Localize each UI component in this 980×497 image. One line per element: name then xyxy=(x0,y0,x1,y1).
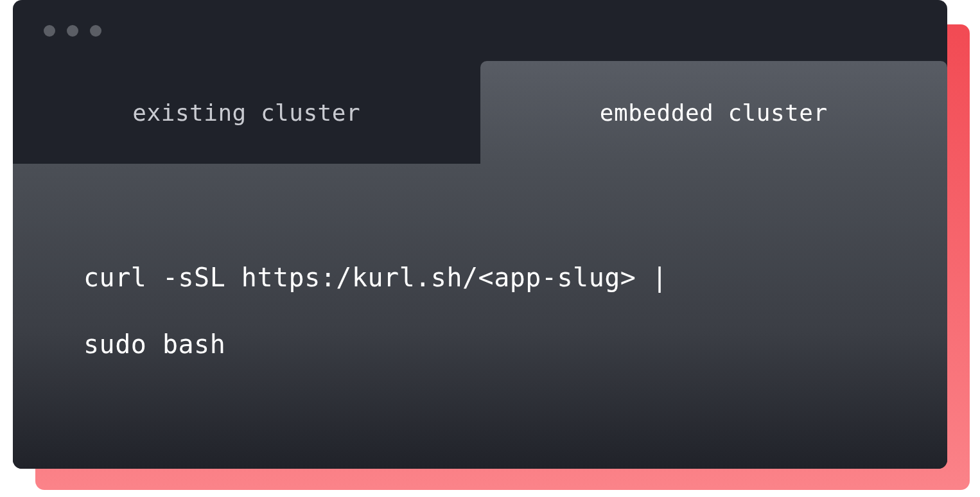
code-block[interactable]: curl -sSL https:/kurl.sh/<app-slug> | su… xyxy=(83,244,877,378)
terminal-window: existing cluster embedded cluster curl -… xyxy=(13,0,947,469)
window-control-minimize-icon[interactable] xyxy=(67,25,78,37)
code-line-1: curl -sSL https:/kurl.sh/<app-slug> | xyxy=(83,263,668,292)
window-titlebar xyxy=(13,0,947,61)
tab-embedded-cluster[interactable]: embedded cluster xyxy=(480,61,948,164)
tab-existing-cluster[interactable]: existing cluster xyxy=(13,61,480,164)
tab-bar: existing cluster embedded cluster xyxy=(13,61,947,164)
terminal-content: curl -sSL https:/kurl.sh/<app-slug> | su… xyxy=(13,164,947,469)
code-line-2: sudo bash xyxy=(83,329,225,359)
window-control-close-icon[interactable] xyxy=(44,25,55,37)
window-control-maximize-icon[interactable] xyxy=(90,25,101,37)
